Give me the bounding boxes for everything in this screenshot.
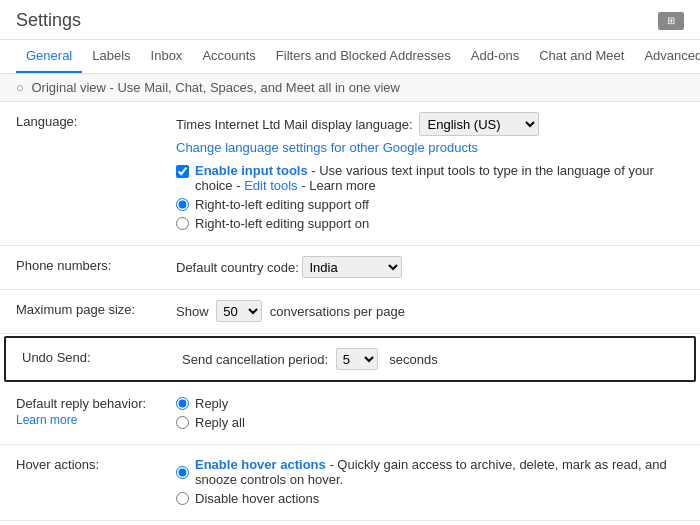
phone-numbers-label: Phone numbers: xyxy=(16,256,176,273)
reply-all-radio[interactable] xyxy=(176,416,189,429)
send-archive-row: Send and Archive: Learn more Show "Send … xyxy=(0,521,700,525)
max-page-size-label: Maximum page size: xyxy=(16,300,176,317)
default-reply-learn-more[interactable]: Learn more xyxy=(16,413,176,427)
original-view-text: Original view - Use Mail, Chat, Spaces, … xyxy=(31,80,400,95)
undo-send-content: Send cancellation period: 5 10 20 30 sec… xyxy=(182,348,678,370)
undo-period-select[interactable]: 5 10 20 30 xyxy=(336,348,378,370)
show-text: Show xyxy=(176,304,209,319)
tab-addons[interactable]: Add-ons xyxy=(461,40,529,73)
default-reply-label: Default reply behavior: Learn more xyxy=(16,394,176,427)
tab-filters[interactable]: Filters and Blocked Addresses xyxy=(266,40,461,73)
tab-advanced[interactable]: Advanced xyxy=(634,40,700,73)
title-bar: Settings ⊞ xyxy=(0,0,700,40)
enable-input-tools-label: Enable input tools xyxy=(195,163,308,178)
hover-actions-content: Enable hover actions - Quickly gain acce… xyxy=(176,455,684,510)
undo-send-label: Undo Send: xyxy=(22,348,182,365)
hover-actions-label: Hover actions: xyxy=(16,455,176,472)
default-code-text: Default country code: xyxy=(176,260,299,275)
enable-input-tools-checkbox[interactable] xyxy=(176,165,189,178)
display-language-text: Times Internet Ltd Mail display language… xyxy=(176,117,413,132)
rtl-on-radio[interactable] xyxy=(176,217,189,230)
hover-actions-row: Hover actions: Enable hover actions - Qu… xyxy=(0,445,700,521)
learn-more-text: - Learn more xyxy=(298,178,376,193)
seconds-text: seconds xyxy=(389,352,437,367)
language-content: Times Internet Ltd Mail display language… xyxy=(176,112,684,235)
settings-content: Language: Times Internet Ltd Mail displa… xyxy=(0,102,700,525)
per-page-text: conversations per page xyxy=(270,304,405,319)
change-language-link[interactable]: Change language settings for other Googl… xyxy=(176,140,478,155)
page-title: Settings xyxy=(16,10,81,31)
language-label: Language: xyxy=(16,112,176,129)
tab-accounts[interactable]: Accounts xyxy=(192,40,265,73)
tab-inbox[interactable]: Inbox xyxy=(141,40,193,73)
undo-send-row: Undo Send: Send cancellation period: 5 1… xyxy=(4,336,696,382)
language-select[interactable]: English (US) xyxy=(419,112,539,136)
reply-radio[interactable] xyxy=(176,397,189,410)
cancellation-text: Send cancellation period: xyxy=(182,352,328,367)
page-size-select[interactable]: 50 25 100 xyxy=(216,300,262,322)
edit-tools-link[interactable]: Edit tools xyxy=(244,178,297,193)
enable-hover-label: Enable hover actions xyxy=(195,457,326,472)
default-reply-row: Default reply behavior: Learn more Reply… xyxy=(0,384,700,445)
rtl-on-label: Right-to-left editing support on xyxy=(195,216,369,231)
max-page-size-row: Maximum page size: Show 50 25 100 conver… xyxy=(0,290,700,334)
language-row: Language: Times Internet Ltd Mail displa… xyxy=(0,102,700,246)
country-code-select[interactable]: India xyxy=(302,256,402,278)
reply-label: Reply xyxy=(195,396,228,411)
grid-icon[interactable]: ⊞ xyxy=(658,12,684,30)
rtl-off-radio[interactable] xyxy=(176,198,189,211)
tab-chat-meet[interactable]: Chat and Meet xyxy=(529,40,634,73)
default-reply-content: Reply Reply all xyxy=(176,394,684,434)
cropped-view-row: ○ Original view - Use Mail, Chat, Spaces… xyxy=(0,74,700,102)
enable-hover-radio[interactable] xyxy=(176,466,189,479)
tabs-container: General Labels Inbox Accounts Filters an… xyxy=(0,40,700,74)
reply-all-label: Reply all xyxy=(195,415,245,430)
disable-hover-radio[interactable] xyxy=(176,492,189,505)
phone-numbers-row: Phone numbers: Default country code: Ind… xyxy=(0,246,700,290)
rtl-off-label: Right-to-left editing support off xyxy=(195,197,369,212)
phone-numbers-content: Default country code: India xyxy=(176,256,684,278)
disable-hover-label: Disable hover actions xyxy=(195,491,319,506)
tab-general[interactable]: General xyxy=(16,40,82,73)
max-page-size-content: Show 50 25 100 conversations per page xyxy=(176,300,684,322)
tab-labels[interactable]: Labels xyxy=(82,40,140,73)
